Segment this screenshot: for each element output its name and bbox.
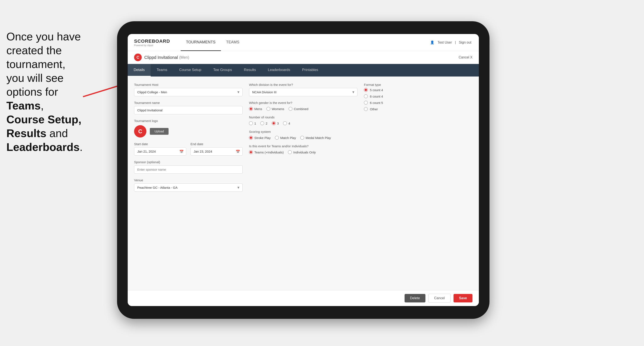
tab-details[interactable]: Details: [128, 64, 151, 76]
end-date-input[interactable]: [190, 147, 242, 156]
end-date-label: End date: [190, 142, 242, 146]
instruction-text: Once you have created the tournament, yo…: [0, 25, 98, 158]
calendar-end-icon: 📅: [236, 149, 240, 154]
start-date-group: Start date 📅: [134, 142, 186, 156]
gender-radio-group: Mens Womens Combined: [249, 107, 358, 111]
sponsor-label: Sponsor (optional): [134, 160, 242, 164]
gender-combined-radio[interactable]: [288, 107, 292, 111]
breadcrumb-bar: C Clippd Invitational (Men) Cancel X: [128, 51, 479, 64]
division-select-wrapper: NCAA Division III ▼: [249, 88, 358, 96]
tab-teams[interactable]: Teams: [151, 64, 173, 76]
individuals-only[interactable]: Individuals Only: [288, 150, 316, 154]
gender-womens-radio[interactable]: [266, 107, 270, 111]
format-6count4-radio[interactable]: [364, 94, 368, 98]
tournament-host-group: Tournament Host Clippd College - Men ▼: [134, 83, 242, 96]
tournament-name-input[interactable]: [134, 106, 242, 114]
form-grid: Tournament Host Clippd College - Men ▼ T…: [134, 83, 472, 192]
gender-mens-radio[interactable]: [249, 107, 253, 111]
division-group: Which division is the event for? NCAA Di…: [249, 83, 358, 96]
rounds-2-radio[interactable]: [260, 121, 264, 125]
rounds-group: Number of rounds 1 2: [249, 115, 358, 125]
rounds-label: Number of rounds: [249, 115, 358, 119]
end-date-group: End date 📅: [190, 142, 242, 156]
tournament-logo-group: Tournament logo C Upload: [134, 119, 242, 138]
nav-separator: |: [455, 41, 456, 44]
individuals-only-radio[interactable]: [288, 150, 292, 154]
rounds-4[interactable]: 4: [283, 121, 290, 125]
nav-teams[interactable]: TEAMS: [221, 34, 245, 51]
scoring-match[interactable]: Match Play: [275, 136, 296, 140]
start-date-input[interactable]: [134, 147, 186, 156]
scoring-medal-radio[interactable]: [300, 136, 304, 140]
sign-out-link[interactable]: Sign out: [459, 41, 472, 44]
division-select[interactable]: NCAA Division III: [249, 88, 358, 96]
tournament-host-select[interactable]: Clippd College - Men: [134, 88, 242, 96]
scoring-group: Scoring system Stroke Play Match Play: [249, 130, 358, 140]
format-6count4[interactable]: 6 count 4: [364, 94, 472, 98]
tournament-name: Clippd Invitational: [144, 55, 178, 60]
end-date-wrapper: 📅: [190, 147, 242, 156]
tournament-icon: C: [134, 54, 142, 61]
sponsor-group: Sponsor (optional): [134, 160, 242, 174]
venue-select[interactable]: Peachtree GC - Atlanta - GA: [134, 183, 242, 192]
form-col-2: Which division is the event for? NCAA Di…: [249, 83, 358, 192]
start-date-label: Start date: [134, 142, 186, 146]
tab-bar: Details Teams Course Setup Tee Groups Re…: [128, 64, 479, 76]
teams-plus-radio[interactable]: [249, 150, 253, 154]
rounds-1-radio[interactable]: [249, 121, 253, 125]
tournament-gender: (Men): [179, 55, 189, 60]
teams-radio-group: Teams (+Individuals) Individuals Only: [249, 150, 358, 154]
logo-area: SCOREBOARD Powered by clippd: [134, 38, 170, 46]
format-5count4-radio[interactable]: [364, 88, 368, 92]
division-label: Which division is the event for?: [249, 83, 358, 86]
scoring-stroke[interactable]: Stroke Play: [249, 136, 271, 140]
tab-leaderboards[interactable]: Leaderboards: [262, 64, 296, 76]
logo-subtitle: Powered by clippd: [134, 44, 170, 46]
gender-mens[interactable]: Mens: [249, 107, 262, 111]
scoring-stroke-radio[interactable]: [249, 136, 253, 140]
cancel-top-button[interactable]: Cancel X: [459, 55, 472, 59]
format-radio-col: 5 count 4 6 count 4 6 count 5: [364, 88, 472, 111]
rounds-3[interactable]: 3: [272, 121, 279, 125]
tournament-host-select-wrapper: Clippd College - Men ▼: [134, 88, 242, 96]
calendar-icon: 📅: [180, 149, 184, 154]
format-other[interactable]: Other: [364, 107, 472, 111]
gender-combined[interactable]: Combined: [288, 107, 308, 111]
tab-course-setup[interactable]: Course Setup: [173, 64, 207, 76]
logo-preview: C: [134, 125, 146, 138]
format-6count5-radio[interactable]: [364, 101, 368, 105]
form-col-3: Format type 5 count 4 6 count 4: [364, 83, 472, 192]
tab-results[interactable]: Results: [238, 64, 262, 76]
format-5count4[interactable]: 5 count 4: [364, 88, 472, 92]
form-col-1: Tournament Host Clippd College - Men ▼ T…: [134, 83, 242, 192]
top-nav: SCOREBOARD Powered by clippd TOURNAMENTS…: [128, 34, 479, 51]
tournament-logo-label: Tournament logo: [134, 119, 242, 123]
dates-row: Start date 📅 End date 📅: [134, 142, 242, 156]
venue-label: Venue: [134, 178, 242, 182]
teams-plus-individuals[interactable]: Teams (+Individuals): [249, 150, 284, 154]
rounds-1[interactable]: 1: [249, 121, 256, 125]
gender-womens[interactable]: Womens: [266, 107, 284, 111]
format-other-radio[interactable]: [364, 107, 368, 111]
nav-tournaments[interactable]: TOURNAMENTS: [181, 34, 221, 51]
gender-label: Which gender is the event for?: [249, 101, 358, 105]
upload-button[interactable]: Upload: [150, 128, 168, 135]
save-button[interactable]: Save: [454, 294, 472, 302]
scoring-match-radio[interactable]: [275, 136, 279, 140]
format-6count5[interactable]: 6 count 5: [364, 101, 472, 105]
cancel-button[interactable]: Cancel: [428, 294, 450, 303]
delete-button[interactable]: Delete: [404, 294, 426, 302]
rounds-3-radio[interactable]: [272, 121, 276, 125]
tab-tee-groups[interactable]: Tee Groups: [207, 64, 238, 76]
sponsor-input[interactable]: [134, 165, 242, 174]
rounds-4-radio[interactable]: [283, 121, 287, 125]
scoring-label: Scoring system: [249, 130, 358, 134]
form-area: Tournament Host Clippd College - Men ▼ T…: [128, 76, 479, 290]
tab-printables[interactable]: Printables: [296, 64, 324, 76]
teams-group: Is this event for Teams and/or Individua…: [249, 144, 358, 154]
gender-group: Which gender is the event for? Mens Wome…: [249, 101, 358, 111]
rounds-2[interactable]: 2: [260, 121, 267, 125]
scoring-medal-match[interactable]: Medal Match Play: [300, 136, 331, 140]
venue-select-wrapper: Peachtree GC - Atlanta - GA ▼: [134, 183, 242, 192]
format-label: Format type: [364, 83, 472, 86]
